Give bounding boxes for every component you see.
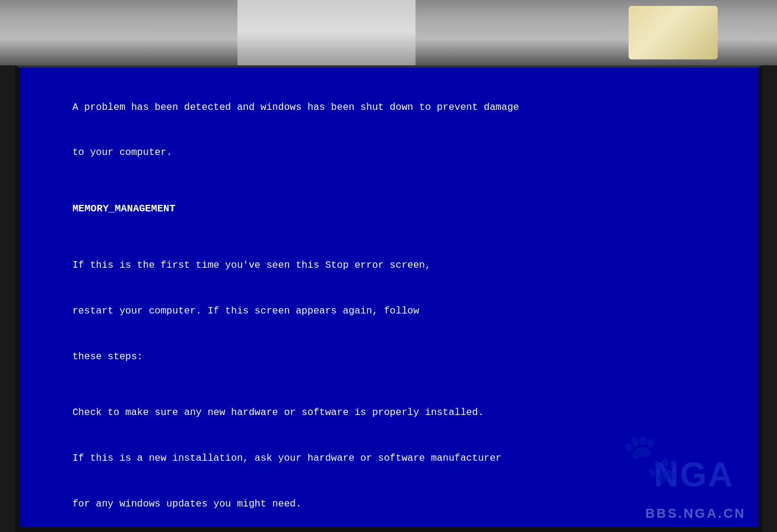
p2-l3: for any windows updates you might need. — [72, 498, 302, 509]
bsod-screen: A problem has been detected and windows … — [20, 68, 758, 527]
p2-l1: Check to make sure any new hardware or s… — [72, 407, 484, 418]
photo-top-area — [0, 0, 777, 65]
nga-watermark: 🐾 NGA — [654, 457, 734, 492]
paw-icon: 🐾 — [621, 430, 681, 486]
p1-l1: If this is the first time you've seen th… — [72, 259, 431, 271]
p1-l2: restart your computer. If this screen ap… — [72, 305, 419, 316]
monitor-screen: A problem has been detected and windows … — [15, 65, 763, 532]
p2-l2: If this is a new installation, ask your … — [72, 452, 502, 464]
p1-l3: these steps: — [72, 351, 143, 362]
bbs-footer: BBS.NGA.CN — [645, 506, 746, 521]
first-line: A problem has been detected and windows … — [72, 102, 519, 113]
second-line: to your computer. — [72, 147, 172, 158]
error-code: MEMORY_MANAGEMENT — [72, 203, 175, 214]
